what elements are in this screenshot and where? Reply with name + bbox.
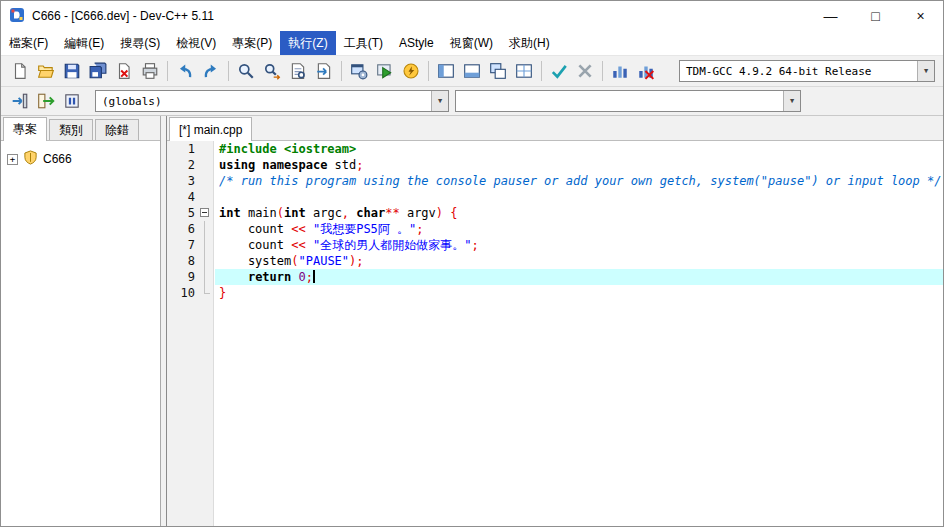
line-number: 5	[167, 205, 197, 221]
compile-run-button[interactable]	[398, 59, 424, 84]
print-icon	[141, 62, 159, 80]
delete-profile-button[interactable]	[633, 59, 659, 84]
chevron-down-icon[interactable]: ▼	[431, 91, 448, 111]
code-line: 4	[167, 189, 943, 205]
profile-button[interactable]	[607, 59, 633, 84]
close-file-icon	[115, 62, 133, 80]
goto-line-icon	[315, 62, 333, 80]
fold-margin[interactable]	[197, 205, 215, 221]
code-line-text[interactable]: /* run this program using the console pa…	[215, 173, 943, 189]
sidebar-tab-project[interactable]: 專案	[3, 117, 47, 141]
menu-execute[interactable]: 執行(Z)	[280, 31, 335, 55]
syntax-check-button[interactable]	[546, 59, 572, 84]
code-line-text[interactable]	[215, 189, 943, 205]
view-report-button[interactable]	[459, 59, 485, 84]
line-number: 9	[167, 269, 197, 285]
app-icon	[9, 7, 25, 26]
fold-margin	[197, 173, 215, 189]
line-number: 3	[167, 173, 197, 189]
code-line-text[interactable]: }	[215, 285, 943, 301]
code-line: 8 system("PAUSE");	[167, 253, 943, 269]
replace-button[interactable]	[259, 59, 285, 84]
abort-button[interactable]	[572, 59, 598, 84]
chevron-down-icon[interactable]: ▼	[783, 91, 800, 111]
menu-view[interactable]: 檢視(V)	[168, 31, 224, 55]
run-button[interactable]	[372, 59, 398, 84]
save-button[interactable]	[59, 59, 85, 84]
goto-bookmark-icon	[63, 92, 81, 110]
toolbar-separator	[602, 61, 603, 81]
menu-tools[interactable]: 工具(T)	[336, 31, 391, 55]
compile-run-icon	[402, 62, 420, 80]
line-number: 10	[167, 285, 197, 301]
toggle-bookmark-button[interactable]	[33, 89, 59, 114]
main-area: 專案類別除錯 + C666 [*] main.cpp 1#i	[1, 116, 943, 526]
menu-astyle[interactable]: AStyle	[391, 31, 442, 55]
close-button[interactable]: ×	[898, 1, 943, 31]
code-editor[interactable]: 1#include <iostream>2using namespace std…	[167, 141, 943, 526]
new-source-button[interactable]	[7, 59, 33, 84]
code-line-text[interactable]: using namespace std;	[215, 157, 943, 173]
code-line: 2using namespace std;	[167, 157, 943, 173]
project-sidebar: 專案類別除錯 + C666	[1, 116, 161, 526]
fold-margin	[197, 189, 215, 205]
close-file-button[interactable]	[111, 59, 137, 84]
compile-button[interactable]	[346, 59, 372, 84]
save-all-button[interactable]	[85, 59, 111, 84]
menu-edit[interactable]: 編輯(E)	[56, 31, 112, 55]
maximize-button[interactable]: □	[853, 1, 898, 31]
syntax-check-icon	[550, 62, 568, 80]
view-floating-button[interactable]	[485, 59, 511, 84]
abort-icon	[576, 62, 594, 80]
fold-margin	[197, 269, 215, 285]
view-fullscreen-button[interactable]	[511, 59, 537, 84]
compiler-select-value: TDM-GCC 4.9.2 64-bit Release	[680, 65, 917, 78]
code-line-text[interactable]: system("PAUSE");	[215, 253, 943, 269]
find-next-button[interactable]	[285, 59, 311, 84]
print-button[interactable]	[137, 59, 163, 84]
redo-button[interactable]	[198, 59, 224, 84]
sidebar-tab-debug[interactable]: 除錯	[95, 119, 139, 140]
tree-item-project[interactable]: + C666	[7, 150, 154, 168]
fold-margin	[197, 237, 215, 253]
undo-button[interactable]	[172, 59, 198, 84]
code-line-text[interactable]: count << "我想要PS5阿 。";	[215, 221, 943, 237]
line-number: 7	[167, 237, 197, 253]
tree-item-label: C666	[43, 152, 72, 166]
chevron-down-icon[interactable]: ▼	[917, 61, 934, 81]
menu-help[interactable]: 求助(H)	[501, 31, 558, 55]
menu-search[interactable]: 搜尋(S)	[112, 31, 168, 55]
globals-select[interactable]: (globals) ▼	[95, 90, 449, 112]
menu-bar: 檔案(F)編輯(E)搜尋(S)檢視(V)專案(P)執行(Z)工具(T)AStyl…	[1, 31, 943, 56]
fold-collapse-icon[interactable]	[200, 208, 209, 217]
code-line-text[interactable]: int main(int argc, char** argv) {	[215, 205, 943, 221]
code-line-text[interactable]: count << "全球的男人都開始做家事。";	[215, 237, 943, 253]
code-rows: 1#include <iostream>2using namespace std…	[167, 141, 943, 301]
fold-margin	[197, 221, 215, 237]
code-line-text[interactable]: #include <iostream>	[215, 141, 943, 157]
code-line: 1#include <iostream>	[167, 141, 943, 157]
toolbar-separator	[167, 61, 168, 81]
editor-tab-main-cpp[interactable]: [*] main.cpp	[169, 117, 252, 141]
sidebar-tab-classes[interactable]: 類別	[49, 119, 93, 140]
menu-project[interactable]: 專案(P)	[224, 31, 280, 55]
replace-icon	[263, 62, 281, 80]
fold-margin	[197, 141, 215, 157]
insert-button[interactable]	[7, 89, 33, 114]
find-button[interactable]	[233, 59, 259, 84]
goto-line-button[interactable]	[311, 59, 337, 84]
view-project-icon	[437, 62, 455, 80]
menu-window[interactable]: 視窗(W)	[442, 31, 501, 55]
members-select[interactable]: ▼	[455, 90, 801, 112]
toolbar-separator	[341, 61, 342, 81]
goto-bookmark-button[interactable]	[59, 89, 85, 114]
expand-icon[interactable]: +	[7, 154, 18, 165]
menu-file[interactable]: 檔案(F)	[1, 31, 56, 55]
view-project-button[interactable]	[433, 59, 459, 84]
minimize-button[interactable]: —	[808, 1, 853, 31]
compiler-select[interactable]: TDM-GCC 4.9.2 64-bit Release ▼	[679, 60, 935, 82]
code-line-text[interactable]: return 0;	[215, 269, 943, 285]
devcpp-window: C666 - [C666.dev] - Dev-C++ 5.11 — □ × 檔…	[0, 0, 944, 527]
editor-area: [*] main.cpp 1#include <iostream>2using …	[166, 116, 943, 526]
open-button[interactable]	[33, 59, 59, 84]
